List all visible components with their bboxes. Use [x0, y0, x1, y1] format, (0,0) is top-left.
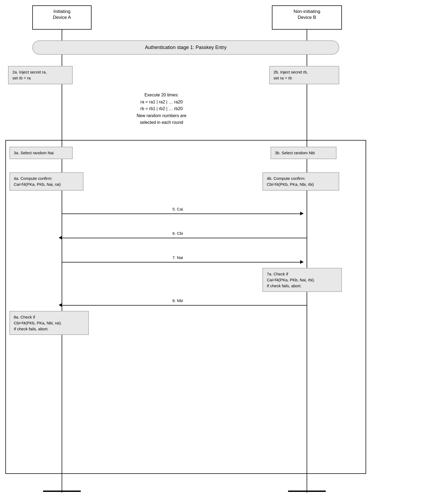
sequence-diagram: { "devices": { "deviceA": { "label": "In…	[0, 0, 424, 504]
arrow-6-label: 6. Cbi	[151, 231, 205, 236]
auth-stage-pill: Authentication stage 1: Passkey Entry	[32, 40, 339, 55]
step-8a-line2: Cbi=f4(PKb, PKa, Nbi, rai).	[14, 321, 62, 325]
arrow-8-line	[62, 305, 307, 306]
execute-line3: rb = rb1 | rb2 | … rb20	[81, 105, 242, 112]
step-2b-line2: set ra = rb	[274, 76, 292, 80]
step-2a-box: 2a. Inject secret ra, set rb = ra	[8, 66, 73, 84]
step-3b-box: 3b. Select random Nbi	[271, 147, 337, 159]
step-4b-line2: Cbi=f4(PKb, PKa, Nbi, rbi)	[267, 182, 314, 187]
step-4a-box: 4a. Compute confirm: Cai=f4(PKa, PKb, Na…	[9, 172, 83, 191]
step-8a-line1: 8a. Check if	[14, 315, 35, 319]
execute-line5: selected in each round	[81, 119, 242, 126]
arrow-7-line	[62, 262, 303, 262]
arrow-7-head	[300, 260, 303, 264]
execute-line2: ra = ra1 | ra2 | … ra20	[81, 99, 242, 106]
step-4a-line1: 4a. Compute confirm:	[14, 176, 52, 181]
arrow-5-head	[300, 212, 303, 215]
step-4b-line1: 4b. Compute confirm:	[267, 176, 305, 181]
arrow-7-label: 7. Nai	[151, 255, 205, 260]
step-8a-line3: If check fails, abort.	[14, 327, 48, 331]
step-8a-box: 8a. Check if Cbi=f4(PKb, PKa, Nbi, rai).…	[9, 311, 89, 335]
execute-line1: Execute 20 times:	[81, 92, 242, 99]
step-4b-box: 4b. Compute confirm: Cbi=f4(PKb, PKa, Nb…	[262, 172, 339, 191]
arrow-5-line	[62, 214, 303, 214]
step-3a-box: 3a. Select random Nai	[9, 147, 73, 159]
step-7a-line1: 7a. Check if	[267, 272, 288, 276]
bottom-line-a	[43, 491, 81, 492]
execute-text: Execute 20 times: ra = ra1 | ra2 | … ra2…	[81, 92, 242, 126]
bottom-line-b	[288, 491, 326, 492]
device-b-label: Non-initiating	[293, 9, 320, 14]
arrow-8-head	[59, 303, 62, 307]
device-a-label: Initiating	[53, 9, 70, 14]
auth-stage-label: Authentication stage 1: Passkey Entry	[145, 45, 226, 50]
step-7a-box: 7a. Check if Cai=f4(PKa, PKb, Nai, rbi).…	[262, 268, 342, 292]
device-a-label2: Device A	[53, 15, 71, 20]
step-2a-line2: set rb = ra	[12, 76, 31, 80]
arrow-6-head	[59, 236, 62, 240]
step-2b-box: 2b. Inject secret rb, set ra = rb	[269, 66, 339, 84]
device-b-box: Non-initiating Device B	[272, 5, 342, 30]
step-2a-line1: 2a. Inject secret ra,	[12, 70, 47, 74]
step-7a-line2: Cai=f4(PKa, PKb, Nai, rbi).	[267, 278, 315, 282]
device-a-box: Initiating Device A	[32, 5, 92, 30]
device-b-label2: Device B	[298, 15, 316, 20]
arrow-6-line	[62, 238, 307, 238]
step-7a-line3: If check fails, abort.	[267, 284, 302, 288]
step-4a-line2: Cai=f4(PKa, PKb, Nai, rai)	[14, 182, 61, 187]
arrow-8-label: 8. Nbi	[151, 298, 205, 303]
step-3a-line1: 3a. Select random Nai	[14, 150, 54, 155]
arrow-5-label: 5. Cai	[151, 207, 205, 211]
execute-line4: New random numbers are	[81, 112, 242, 119]
step-3b-line1: 3b. Select random Nbi	[275, 150, 315, 155]
step-2b-line1: 2b. Inject secret rb,	[274, 70, 308, 74]
